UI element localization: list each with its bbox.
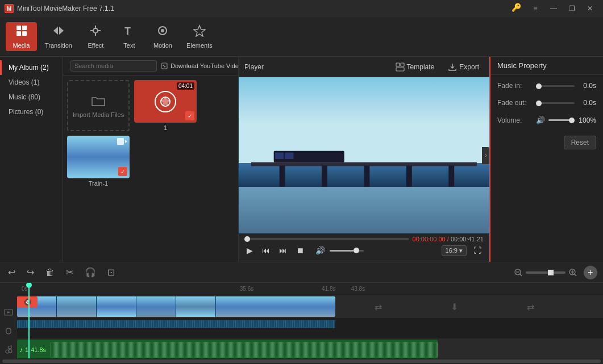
cut-button[interactable]: ✂ — [64, 266, 76, 279]
zoom-controls — [514, 269, 577, 277]
folder-icon — [90, 93, 106, 109]
toolbar-media[interactable]: Media — [6, 22, 37, 51]
svg-text:T: T — [124, 26, 131, 37]
player-toolbar: Player Template Export — [239, 57, 489, 77]
transition-slot-4[interactable]: ⇄ — [569, 296, 603, 317]
menu-icon[interactable]: ≡ — [527, 3, 544, 14]
stop-button[interactable]: ⏹ — [294, 245, 306, 256]
volume-row: Volume: 🔊 100% — [497, 116, 596, 124]
player-label: Player — [244, 63, 264, 71]
elements-label: Elements — [186, 42, 213, 49]
timeline-area: ↩ ↪ 🗑 ✂ 🎧 ⊡ + — [0, 262, 603, 364]
transition-slot-icon-1: ⇄ — [375, 302, 382, 312]
crop-button[interactable]: ⊡ — [105, 266, 117, 279]
export-button[interactable]: Export — [443, 60, 484, 74]
svg-rect-30 — [280, 165, 285, 186]
toolbar-motion[interactable]: Motion — [147, 22, 178, 51]
transition-label: Transition — [45, 42, 72, 49]
sidebar-item-music[interactable]: Music (80) — [0, 90, 62, 104]
svg-rect-32 — [364, 165, 369, 186]
fullscreen-button[interactable]: ⛶ — [471, 245, 484, 256]
effect-icon — [89, 24, 102, 40]
player-video[interactable]: › — [239, 77, 489, 233]
import-media-button[interactable]: Import Media Files — [67, 80, 130, 131]
delete-button[interactable]: 🗑 — [43, 266, 57, 279]
zoom-in-icon — [569, 269, 577, 277]
svg-rect-23 — [396, 63, 400, 66]
media-item-video[interactable]: ✓ Train-1 — [67, 136, 130, 187]
progress-bar[interactable] — [244, 238, 409, 240]
video-icon — [117, 138, 127, 145]
minimize-button[interactable]: — — [545, 3, 562, 14]
volume-property-slider[interactable] — [548, 119, 575, 121]
volume-button[interactable]: 🔊 — [313, 245, 327, 256]
transition-slot-1[interactable]: ⇄ — [341, 296, 415, 317]
playhead[interactable] — [28, 283, 30, 358]
play-button[interactable]: ▶ — [244, 245, 255, 256]
mute-indicator[interactable]: 🔇 — [17, 296, 38, 308]
download-icon — [160, 62, 168, 70]
sidebar-item-pictures[interactable]: Pictures (0) — [0, 104, 62, 119]
sidebar: My Album (2) Videos (1) Music (80) Pictu… — [0, 57, 63, 262]
track-labels — [0, 283, 17, 358]
bridge-svg — [251, 148, 477, 187]
fade-out-row: Fade out: 0.0s — [497, 99, 596, 107]
timeline-content: 0s 35.6s 41.8s 43.8s — [0, 283, 603, 358]
effect-label: Effect — [88, 42, 103, 49]
volume-slider[interactable] — [330, 250, 364, 252]
svg-rect-31 — [322, 165, 327, 186]
fade-in-value: 0.0s — [578, 82, 596, 90]
zoom-slider[interactable] — [526, 271, 565, 274]
timeline-scrollbar[interactable] — [0, 358, 603, 364]
svg-marker-43 — [7, 311, 10, 313]
volume-value: 100% — [578, 116, 596, 124]
redo-button[interactable]: ↪ — [24, 266, 36, 279]
sidebar-item-videos[interactable]: Videos (1) — [0, 75, 62, 90]
transition-slot-3[interactable]: ⇄ — [493, 296, 567, 317]
next-frame-button[interactable]: ⏭ — [277, 245, 289, 256]
toolbar-elements[interactable]: Elements — [181, 22, 218, 51]
toolbar-transition[interactable]: Transition — [39, 22, 78, 51]
search-input[interactable] — [70, 60, 157, 72]
video-track: 🔇 ⇄ ⬇ ⇄ ⇄ — [17, 295, 603, 318]
svg-rect-26 — [274, 150, 344, 162]
ruler-mark-3: 43.8s — [351, 286, 365, 292]
transition-slot-2[interactable]: ⬇ — [417, 296, 491, 317]
media-item-music[interactable]: 04:01 ✓ 1 — [134, 80, 197, 131]
audio-track-row: ♪ 1 41.8s — [17, 338, 603, 358]
reset-button[interactable]: Reset — [564, 136, 596, 149]
transition-slot-icon-3: ⇄ — [527, 302, 534, 312]
timeline-toolbar: ↩ ↪ 🗑 ✂ 🎧 ⊡ + — [0, 262, 603, 283]
svg-rect-21 — [117, 138, 124, 145]
template-button[interactable]: Template — [391, 60, 439, 74]
toolbar-text[interactable]: T Text — [114, 22, 145, 51]
media-check-icon: ✓ — [185, 111, 194, 120]
add-track-button[interactable]: + — [584, 266, 597, 279]
properties-content: Fade in: 0.0s Fade out: 0.0s — [490, 75, 603, 140]
close-button[interactable]: ✕ — [581, 3, 598, 14]
volume-area: 🔊 — [313, 245, 364, 256]
fade-out-slider[interactable] — [536, 102, 575, 104]
audio-button[interactable]: 🎧 — [82, 266, 98, 279]
app-icon: M — [5, 4, 14, 13]
frame-2 — [57, 296, 97, 317]
download-youtube-button[interactable]: Download YouTube Videos — [160, 62, 246, 70]
fade-in-slider-area: 0.0s — [536, 82, 596, 90]
restore-button[interactable]: ❐ — [563, 3, 580, 14]
sidebar-item-album[interactable]: My Album (2) — [0, 60, 62, 75]
svg-rect-2 — [16, 26, 21, 30]
scrollbar-thumb[interactable] — [2, 359, 601, 363]
undo-button[interactable]: ↩ — [6, 266, 18, 279]
fade-in-slider[interactable] — [536, 85, 575, 87]
prev-frame-button[interactable]: ⏮ — [260, 245, 272, 256]
volume-slider-area: 🔊 100% — [536, 116, 596, 124]
svg-point-13 — [161, 29, 164, 32]
music-clip[interactable]: ♪ 1 41.8s — [17, 340, 438, 358]
video-clip[interactable] — [17, 296, 335, 317]
aspect-ratio-select[interactable]: 16:9 ▾ — [442, 245, 467, 256]
media-icon — [15, 24, 28, 40]
media-panel: Download YouTube Videos Import Media Fil… — [63, 57, 239, 262]
panel-collapse-button[interactable]: › — [482, 147, 489, 164]
ruler-mark-1: 35.6s — [240, 286, 253, 292]
toolbar-effect[interactable]: Effect — [80, 22, 111, 51]
